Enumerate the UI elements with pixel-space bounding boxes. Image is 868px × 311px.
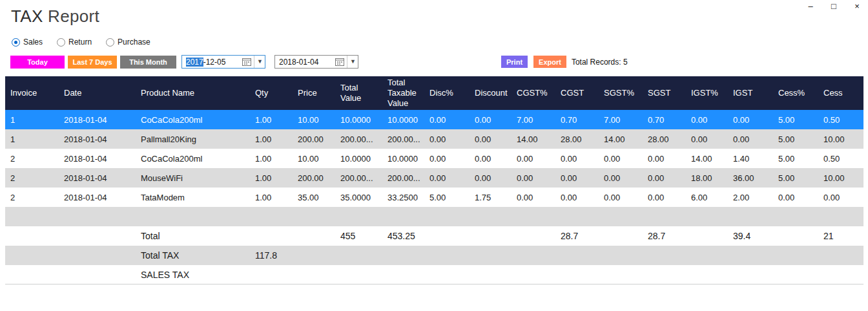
cell <box>424 226 470 246</box>
radio-purchase[interactable]: Purchase <box>106 38 150 47</box>
cell: 0.00 <box>728 110 773 129</box>
radio-return-indicator <box>57 38 65 47</box>
cell <box>293 207 335 226</box>
cell <box>643 207 686 226</box>
cell: 5.00 <box>773 110 818 129</box>
chevron-down-icon[interactable]: ▼ <box>347 56 356 68</box>
cell: 5.00 <box>773 149 818 168</box>
summary-row[interactable]: Total TAX117.8 <box>5 246 863 265</box>
date-from-picker[interactable]: 2017-12-05 ▼ <box>181 55 265 69</box>
radio-return[interactable]: Return <box>57 38 92 47</box>
cell: 10.00 <box>293 149 335 168</box>
this-month-button[interactable]: This Month <box>120 56 176 69</box>
cell: 1.40 <box>728 149 773 168</box>
empty-row[interactable] <box>5 207 863 226</box>
cell: 453.25 <box>382 226 424 246</box>
column-header-discount[interactable]: Discount <box>470 76 512 110</box>
cell <box>599 265 643 284</box>
cell <box>686 226 728 246</box>
cell <box>773 226 818 246</box>
cell: 1.00 <box>250 129 293 149</box>
column-header-igst[interactable]: IGST <box>728 76 773 110</box>
cell: 117.8 <box>250 246 293 265</box>
column-header-sgst[interactable]: SGST <box>643 76 686 110</box>
table-row[interactable]: 22018-01-04MouseWiFi1.00200.00200.00...2… <box>5 168 863 188</box>
cell <box>818 265 863 284</box>
cell: 0.00 <box>686 110 728 129</box>
cell: 0.00 <box>512 149 555 168</box>
column-header-cess[interactable]: Cess% <box>773 76 818 110</box>
cell <box>512 246 555 265</box>
radio-sales-label: Sales <box>23 38 43 47</box>
date-from-rest-text: -12-05 <box>203 58 226 67</box>
column-header-disc[interactable]: Disc% <box>424 76 470 110</box>
table-row[interactable]: 22018-01-04CoCaCola200ml1.0010.0010.0000… <box>5 149 863 168</box>
report-actions: Print Export Total Records: 5 <box>501 56 628 68</box>
cell: 0.00 <box>555 168 599 188</box>
cell: 200.00... <box>382 129 424 149</box>
cell <box>599 226 643 246</box>
cell: 0.00 <box>512 168 555 188</box>
cell: 0.00 <box>512 188 555 207</box>
cell: 39.4 <box>728 226 773 246</box>
cell: 36.00 <box>728 168 773 188</box>
cell: 0.00 <box>424 168 470 188</box>
column-header-qty[interactable]: Qty <box>250 76 293 110</box>
grid-header-row[interactable]: InvoiceDateProduct NameQtyPriceTotal Val… <box>5 76 863 110</box>
cell <box>728 265 773 284</box>
table-row[interactable]: 12018-01-04CoCaCola200ml1.0010.0010.0000… <box>5 110 863 129</box>
column-header-cgst[interactable]: CGST <box>555 76 599 110</box>
column-header-date[interactable]: Date <box>59 76 136 110</box>
cell: 0.00 <box>555 149 599 168</box>
cell: 0.00 <box>599 168 643 188</box>
print-button[interactable]: Print <box>501 56 528 68</box>
cell <box>5 207 59 226</box>
today-button[interactable]: Today <box>10 56 65 69</box>
cell <box>5 246 59 265</box>
cell <box>293 226 335 246</box>
column-header-igst[interactable]: IGST% <box>686 76 728 110</box>
cell: 0.00 <box>686 129 728 149</box>
cell <box>59 207 136 226</box>
cell: 18.00 <box>686 168 728 188</box>
column-header-product-name[interactable]: Product Name <box>136 76 250 110</box>
cell: 2018-01-04 <box>59 188 136 207</box>
column-header-total-taxable-value[interactable]: Total Taxable Value <box>382 76 424 110</box>
cell: 35.00 <box>293 188 335 207</box>
minimize-button[interactable]: – <box>806 1 815 11</box>
radio-sales[interactable]: Sales <box>12 38 43 47</box>
cell <box>643 246 686 265</box>
summary-row[interactable]: SALES TAX <box>5 265 863 284</box>
cell <box>728 246 773 265</box>
column-header-cgst[interactable]: CGST% <box>512 76 555 110</box>
calendar-icon[interactable] <box>335 58 344 66</box>
table-row[interactable]: 12018-01-04Pallmall20King1.00200.00200.0… <box>5 129 863 149</box>
column-header-invoice[interactable]: Invoice <box>5 76 59 110</box>
cell <box>773 246 818 265</box>
column-header-price[interactable]: Price <box>293 76 335 110</box>
column-header-total-value[interactable]: Total Value <box>335 76 382 110</box>
summary-row[interactable]: Total455453.2528.728.739.421 <box>5 226 863 246</box>
date-to-picker[interactable]: 2018-01-04 ▼ <box>274 55 358 69</box>
maximize-button[interactable]: □ <box>829 1 838 11</box>
cell <box>470 265 512 284</box>
cell <box>555 207 599 226</box>
cell <box>424 207 470 226</box>
cell <box>818 207 863 226</box>
chevron-down-icon[interactable]: ▼ <box>254 56 263 68</box>
column-header-sgst[interactable]: SGST% <box>599 76 643 110</box>
last-7-days-button[interactable]: Last 7 Days <box>68 56 117 69</box>
cell: 2 <box>5 149 59 168</box>
cell: 200.00 <box>293 168 335 188</box>
column-header-cess[interactable]: Cess <box>818 76 863 110</box>
export-button[interactable]: Export <box>533 56 566 68</box>
cell <box>5 226 59 246</box>
cell: 0.50 <box>818 110 863 129</box>
cell <box>424 246 470 265</box>
cell: 0.00 <box>818 188 863 207</box>
calendar-icon[interactable] <box>242 58 251 66</box>
close-button[interactable]: × <box>852 1 862 11</box>
table-row[interactable]: 22018-01-04TataModem1.0035.0035.000033.2… <box>5 188 863 207</box>
radio-purchase-label: Purchase <box>118 38 150 47</box>
cell <box>250 226 293 246</box>
